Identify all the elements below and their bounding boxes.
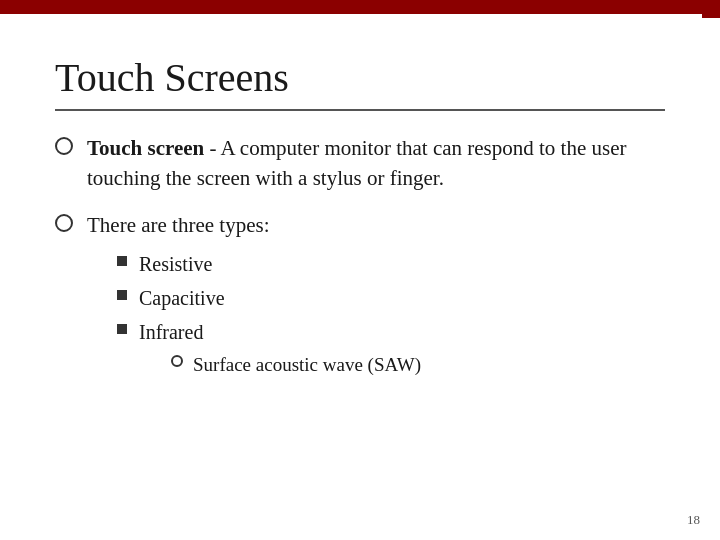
- bullet-text-2: There are three types: Resistive Capacit…: [87, 210, 665, 389]
- list-item-2: There are three types: Resistive Capacit…: [55, 210, 665, 389]
- sub-sub-list-item: Surface acoustic wave (SAW): [171, 352, 421, 379]
- sub-sub-list: Surface acoustic wave (SAW): [171, 352, 421, 379]
- title-divider: [55, 109, 665, 111]
- top-bar: [0, 0, 720, 14]
- sub-list-item-infrared: Infrared Surface acoustic wave (SAW): [117, 318, 665, 383]
- bullet-icon-2: [55, 214, 73, 232]
- sub-list: Resistive Capacitive Infrared: [117, 250, 665, 383]
- sub-bullet-icon: [117, 256, 127, 266]
- sub-sub-item-label: Surface acoustic wave (SAW): [193, 352, 421, 379]
- sub-sub-bullet-icon: [171, 355, 183, 367]
- list-item: Touch screen - A computer monitor that c…: [55, 133, 665, 194]
- bullet-list: Touch screen - A computer monitor that c…: [55, 133, 665, 389]
- sub-list-item-capacitive: Capacitive: [117, 284, 665, 312]
- bullet-text-1: Touch screen - A computer monitor that c…: [87, 133, 665, 194]
- page-number: 18: [687, 512, 700, 528]
- sub-item-label: Resistive: [139, 250, 212, 278]
- bullet-icon: [55, 137, 73, 155]
- three-types-text: There are three types:: [87, 213, 269, 237]
- slide-content: Touch Screens Touch screen - A computer …: [0, 14, 720, 435]
- sub-item-label-3: Infrared Surface acoustic wave (SAW): [139, 318, 421, 383]
- sub-bullet-icon-2: [117, 290, 127, 300]
- sub-item-label-2: Capacitive: [139, 284, 225, 312]
- sub-bullet-icon-3: [117, 324, 127, 334]
- sub-list-item-resistive: Resistive: [117, 250, 665, 278]
- term-bold: Touch screen: [87, 136, 204, 160]
- corner-square: [702, 0, 720, 18]
- slide-title: Touch Screens: [55, 54, 665, 101]
